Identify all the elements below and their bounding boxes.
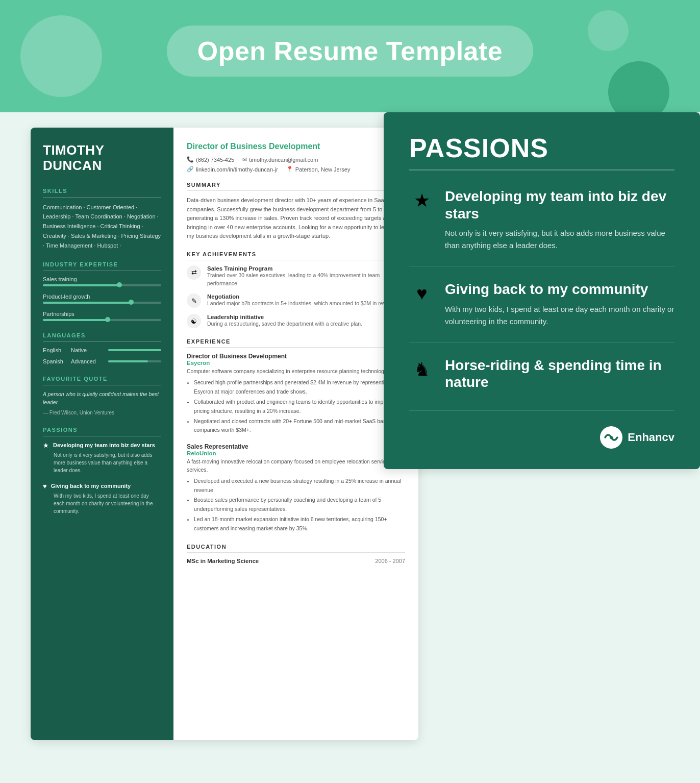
education-section: EDUCATION MSc in Marketing Science 2006 …	[187, 544, 405, 564]
quote-section: FAVOURITE QUOTE A person who is quietly …	[43, 376, 161, 415]
enhancv-text: Enhancv	[628, 431, 674, 444]
edu-year: 2006 - 2007	[375, 558, 405, 564]
summary-text: Data-driven business development directo…	[187, 196, 405, 241]
exp-desc: Computer software company specializing i…	[187, 368, 405, 376]
exp-item-2: Sales Representative ReloUnion A fast-mo…	[187, 443, 405, 533]
star-big-icon: ★	[409, 190, 435, 211]
passion-big-item-3: ♞ Horse-riding & spending time in nature	[409, 342, 674, 411]
star-icon: ★	[43, 442, 49, 449]
svg-point-1	[610, 436, 613, 439]
expertise-bar-fill	[43, 319, 108, 321]
passion-header: ♥ Giving back to my community	[43, 482, 161, 490]
main-content: TIMOTHY DUNCAN SKILLS Communication · Cu…	[0, 112, 700, 755]
achievements-title: KEY ACHIEVEMENTS	[187, 251, 405, 260]
passions-panel-title: PASSIONS	[409, 133, 674, 170]
header-title-pill: Open Resume Template	[167, 26, 534, 77]
achievement-content: Leadership initiative During a restructu…	[207, 314, 405, 328]
passions-sidebar-title: PASSIONS	[43, 427, 161, 436]
enhancv-icon	[600, 426, 622, 449]
expertise-label: Sales training	[43, 276, 161, 282]
achievement-desc: During a restructuring, saved the depart…	[207, 320, 405, 328]
achievement-desc: Trained over 30 sales executives, leadin…	[207, 272, 405, 288]
quote-author: — Fred Wilson, Union Ventures	[43, 410, 161, 415]
expertise-bar-bg	[43, 302, 161, 304]
expertise-item: Partnerships	[43, 311, 161, 321]
achievement-icon: ✎	[187, 293, 201, 308]
location-icon: 📍	[286, 166, 293, 173]
exp-bullets: Secured high-profile partnerships and ge…	[187, 378, 405, 435]
exp-item-1: Director of Business Development Esycron…	[187, 353, 405, 435]
expertise-item: Sales training	[43, 276, 161, 286]
contact-email: ✉ timothy.duncan@gmail.com	[242, 156, 318, 163]
phone-icon: 📞	[187, 156, 194, 163]
language-item-english: English Native	[43, 347, 161, 353]
expertise-bar-bg	[43, 319, 161, 321]
page-title: Open Resume Template	[197, 36, 503, 66]
achievement-icon: ⇄	[187, 265, 201, 280]
linkedin-icon: 🔗	[187, 166, 194, 173]
passions-panel: PASSIONS ★ Developing my team into biz d…	[384, 112, 700, 469]
exp-job-title: Sales Representative	[187, 443, 405, 450]
exp-company: ReloUnion	[187, 450, 405, 456]
resume-main: Director of Business Development 📞 (862)…	[173, 128, 418, 740]
experience-title: EXPERIENCE	[187, 338, 405, 348]
resume-card: TIMOTHY DUNCAN SKILLS Communication · Cu…	[31, 128, 418, 740]
exp-bullet: Negotiated and closed contracts with 20+…	[194, 417, 405, 435]
passion-desc: Not only is it very satisfying, but it a…	[43, 451, 161, 474]
exp-bullet: Boosted sales performance by personally …	[194, 496, 405, 514]
achievement-item-3: ☯ Leadership initiative During a restruc…	[187, 314, 405, 328]
achievement-desc: Landed major b2b contracts in 5+ industr…	[207, 300, 405, 308]
skills-title: SKILLS	[43, 188, 161, 198]
passion-sidebar-item-1: ★ Developing my team into biz dev stars …	[43, 442, 161, 474]
exp-bullets: Developed and executed a new business st…	[187, 477, 405, 533]
expertise-bar-fill	[43, 302, 132, 304]
education-title: EDUCATION	[187, 544, 405, 553]
language-bar-fill	[108, 349, 161, 351]
expertise-bar-fill	[43, 284, 120, 286]
language-level: Native	[71, 347, 104, 353]
passion-big-content: Giving back to my community With my two …	[445, 281, 674, 328]
resume-job-title: Director of Business Development	[187, 142, 405, 151]
contact-location: 📍 Paterson, New Jersey	[286, 166, 351, 173]
exp-job-title: Director of Business Development	[187, 353, 405, 360]
languages-title: LANGUAGES	[43, 332, 161, 342]
exp-bullet: Secured high-profile partnerships and ge…	[194, 378, 405, 397]
achievement-title: Sales Training Program	[207, 265, 405, 272]
passion-big-content: Developing my team into biz dev stars No…	[445, 188, 674, 252]
experience-section: EXPERIENCE Director of Business Developm…	[187, 338, 405, 533]
summary-section: SUMMARY Data-driven business development…	[187, 182, 405, 241]
resume-sidebar: TIMOTHY DUNCAN SKILLS Communication · Cu…	[31, 128, 173, 740]
enhancv-logo: Enhancv	[409, 426, 674, 449]
passion-big-desc: Not only is it very satisfying, but it a…	[445, 227, 674, 252]
exp-bullet: Collaborated with product and engineerin…	[194, 398, 405, 416]
summary-title: SUMMARY	[187, 182, 405, 191]
languages-section: LANGUAGES English Native Spanish Advance…	[43, 332, 161, 364]
expertise-label: Partnerships	[43, 311, 161, 317]
achievement-item-2: ✎ Negotiation Landed major b2b contracts…	[187, 293, 405, 308]
achievement-content: Negotiation Landed major b2b contracts i…	[207, 293, 405, 308]
email-icon: ✉	[242, 156, 247, 163]
passion-header: ★ Developing my team into biz dev stars	[43, 442, 161, 449]
passion-big-title: Horse-riding & spending time in nature	[445, 357, 674, 391]
passion-big-title: Giving back to my community	[445, 281, 674, 298]
header-section: Open Resume Template	[0, 0, 700, 112]
industry-expertise-section: INDUSTRY EXPERTISE Sales training Produc…	[43, 261, 161, 321]
achievement-content: Sales Training Program Trained over 30 s…	[207, 265, 405, 288]
quote-text: A person who is quietly confident makes …	[43, 390, 161, 407]
achievement-item-1: ⇄ Sales Training Program Trained over 30…	[187, 265, 405, 288]
passion-sidebar-item-2: ♥ Giving back to my community With my tw…	[43, 482, 161, 515]
achievement-title: Negotiation	[207, 293, 405, 300]
language-level: Advanced	[71, 358, 104, 364]
passions-sidebar-section: PASSIONS ★ Developing my team into biz d…	[43, 427, 161, 515]
achievement-icon: ☯	[187, 314, 201, 328]
language-name: Spanish	[43, 358, 71, 364]
contact-linkedin: 🔗 linkedin.com/in/timothy-duncan-jr	[187, 166, 278, 173]
language-bar-bg	[108, 360, 161, 362]
exp-bullet: Led an 18-month market expansion initiat…	[194, 515, 405, 533]
industry-expertise-title: INDUSTRY EXPERTISE	[43, 261, 161, 271]
education-row: MSc in Marketing Science 2006 - 2007	[187, 558, 405, 564]
contact-phone: 📞 (862) 7345-425	[187, 156, 234, 163]
header-decoration-left	[20, 15, 102, 97]
passion-title: Developing my team into biz dev stars	[53, 442, 155, 448]
passion-big-title: Developing my team into biz dev stars	[445, 188, 674, 222]
